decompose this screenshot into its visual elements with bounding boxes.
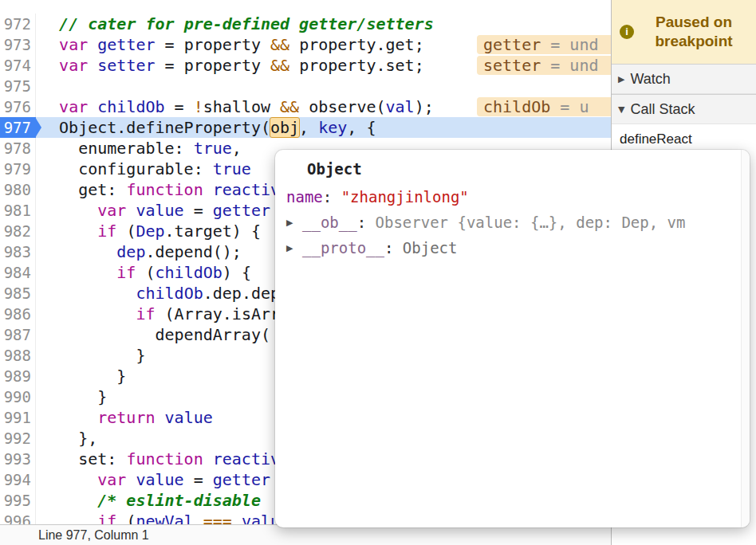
code-line: 977 Object.defineProperty(obj, key, {	[0, 117, 611, 138]
property-value: Object	[403, 239, 458, 257]
line-number[interactable]: 973	[0, 34, 36, 55]
line-number[interactable]: 982	[0, 221, 36, 241]
line-number[interactable]: 985	[0, 283, 36, 304]
code-line: 972 // cater for pre-defined getter/sett…	[0, 14, 611, 34]
property-separator: :	[357, 214, 376, 231]
code-line: 974 var setter = property && property.se…	[0, 55, 611, 76]
line-number[interactable]: 995	[0, 490, 36, 511]
cursor-position: Line 977, Column 1	[38, 528, 149, 542]
inline-value-badge: childOb = u	[477, 97, 611, 116]
code-text[interactable]: var childOb = !shallow && observe(val);c…	[36, 96, 611, 117]
expand-arrow-icon[interactable]: ▶	[286, 218, 302, 228]
property-value: "zhangjinlong"	[341, 188, 469, 206]
line-number[interactable]: 976	[0, 96, 36, 117]
property-row[interactable]: name: "zhangjinlong"	[275, 184, 750, 210]
paused-banner: i Paused on breakpoint	[612, 0, 756, 64]
code-line: 976 var childOb = !shallow && observe(va…	[0, 96, 611, 117]
line-number[interactable]: 972	[0, 14, 36, 34]
line-number[interactable]: 980	[0, 179, 36, 200]
devtools-sources-panel: 972 // cater for pre-defined getter/sett…	[0, 0, 756, 545]
line-number[interactable]: 994	[0, 469, 36, 490]
code-text[interactable]	[36, 76, 611, 96]
property-name: __proto__	[302, 239, 384, 257]
property-separator: :	[323, 188, 341, 206]
popup-scrollbar[interactable]	[741, 150, 750, 527]
line-number[interactable]: 979	[0, 159, 36, 179]
info-icon: i	[620, 25, 634, 39]
line-number[interactable]: 986	[0, 304, 36, 324]
property-row[interactable]: ▶__proto__: Object	[275, 235, 750, 261]
code-text[interactable]: // cater for pre-defined getter/setters	[36, 14, 611, 34]
code-text[interactable]: Object.defineProperty(obj, key, {	[36, 117, 611, 138]
code-line: 975	[0, 76, 611, 96]
line-number[interactable]: 984	[0, 262, 36, 283]
property-value: Observer {value: {…}, dep: Dep, vm	[376, 214, 686, 231]
line-number[interactable]: 989	[0, 366, 36, 386]
line-number[interactable]: 987	[0, 324, 36, 345]
execution-line-number[interactable]: 977	[0, 117, 36, 138]
watch-section-header[interactable]: ▶ Watch	[612, 64, 756, 94]
property-name: __ob__	[302, 214, 357, 231]
property-row[interactable]: ▶__ob__: Observer {value: {…}, dep: Dep,…	[275, 210, 750, 235]
call-stack-section-label: Call Stack	[630, 101, 695, 118]
line-number[interactable]: 988	[0, 345, 36, 366]
object-inspector-popup: Object name: "zhangjinlong"▶__ob__: Obse…	[275, 150, 750, 527]
code-text[interactable]: var getter = property && property.get;ge…	[36, 34, 611, 55]
line-number[interactable]: 975	[0, 76, 36, 96]
line-number[interactable]: 981	[0, 200, 36, 221]
line-number[interactable]: 992	[0, 428, 36, 449]
line-number[interactable]: 978	[0, 138, 36, 159]
line-number[interactable]: 993	[0, 449, 36, 469]
expand-arrow-icon[interactable]: ▶	[286, 243, 302, 253]
watch-section-label: Watch	[630, 71, 670, 88]
chevron-right-icon: ▶	[618, 75, 624, 84]
code-text[interactable]: var setter = property && property.set;se…	[36, 55, 611, 76]
property-name: name	[286, 188, 323, 206]
code-line: 973 var getter = property && property.ge…	[0, 34, 611, 55]
inline-value-badge: getter = und	[477, 35, 611, 54]
property-list: name: "zhangjinlong"▶__ob__: Observer {v…	[275, 184, 750, 261]
call-stack-section-header[interactable]: ▼ Call Stack	[612, 94, 756, 124]
chevron-down-icon: ▼	[618, 105, 624, 114]
evaluated-token[interactable]: obj	[270, 118, 299, 137]
property-separator: :	[384, 239, 403, 257]
line-number[interactable]: 990	[0, 386, 36, 407]
popup-title: Object	[307, 160, 750, 178]
line-number[interactable]: 991	[0, 407, 36, 428]
inline-value-badge: setter = und	[477, 56, 611, 75]
paused-banner-text: Paused on breakpoint	[640, 13, 748, 51]
line-number[interactable]: 983	[0, 241, 36, 262]
line-number[interactable]: 974	[0, 55, 36, 76]
